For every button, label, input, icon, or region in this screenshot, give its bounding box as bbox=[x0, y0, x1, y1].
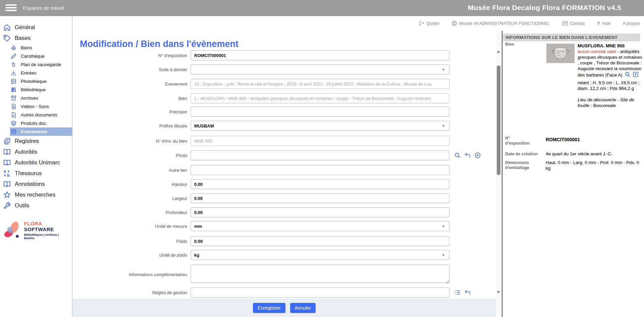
sidebar-item-videos-sons[interactable]: Vidéos - Sons bbox=[0, 102, 72, 111]
panel-divider bbox=[502, 31, 502, 317]
field-row-no-exposition: N° d'exposition bbox=[76, 50, 449, 60]
sidebar-item-archives[interactable]: Archives bbox=[0, 94, 72, 102]
hauteur-label: Hauteur bbox=[76, 182, 191, 187]
file-play-icon bbox=[11, 104, 16, 109]
sidebar-item-entrees[interactable]: Entrées bbox=[0, 69, 72, 77]
field-row-suite-a-donner: Suite à donner ▼ bbox=[76, 64, 449, 74]
no-inv-bien-label: N° d'inv. du bien bbox=[76, 139, 191, 144]
book-open-icon bbox=[3, 159, 11, 166]
copies-icon bbox=[3, 138, 11, 145]
undo-icon[interactable] bbox=[464, 152, 471, 159]
save-button[interactable]: Enregistrer bbox=[253, 303, 285, 313]
profondeur-input[interactable] bbox=[191, 207, 449, 217]
sidebar-item-autorites[interactable]: Autorités bbox=[0, 147, 72, 157]
brand-software: SOFTWARE bbox=[24, 226, 54, 232]
panel-date-creation-label: Date de création bbox=[505, 152, 544, 157]
form-scrollbar[interactable] bbox=[496, 31, 501, 317]
extinguisher-icon bbox=[11, 62, 16, 67]
profondeur-label: Profondeur bbox=[76, 210, 191, 215]
evenement-label: Evenement bbox=[76, 82, 191, 87]
precision-input[interactable] bbox=[191, 107, 449, 117]
user-menu[interactable]: Musée v4 ADMINISTRATEUR FONCTIONNEL bbox=[451, 20, 550, 26]
layers-icon bbox=[11, 120, 16, 126]
sidebar-item-plan-de-sauvegarde[interactable]: Plan de sauvegarde bbox=[0, 60, 72, 69]
field-row-profondeur: Profondeur bbox=[76, 207, 449, 217]
panel-dim-emballage-value: Haut. 0 mm - Larg. 0 mm - Prof. 0 mm - P… bbox=[546, 160, 643, 171]
quit-button[interactable]: Quitter bbox=[419, 20, 439, 26]
help-button[interactable]: ? Aide bbox=[597, 20, 610, 26]
dims-label: néant bbox=[578, 80, 589, 85]
contact-button[interactable]: Contact bbox=[562, 21, 585, 26]
workspace-label[interactable]: Espaces de travail bbox=[23, 5, 64, 11]
sidebar-item-mes-recherches[interactable]: Mes recherches bbox=[0, 190, 72, 200]
sidebar-item-general[interactable]: Général bbox=[0, 22, 72, 33]
search-icon[interactable] bbox=[454, 152, 461, 159]
prefixe-musee-select[interactable]: MUSBAM ▼ bbox=[191, 121, 449, 131]
search-icon[interactable] bbox=[625, 71, 631, 77]
photo-input[interactable] bbox=[191, 150, 449, 160]
user-icon bbox=[451, 20, 457, 26]
sidebar-item-bibliotheque[interactable]: Bibliothèque bbox=[0, 86, 72, 94]
sidebar-item-evenements[interactable]: Evènements bbox=[10, 127, 72, 136]
unite-poids-select[interactable]: kg ▼ bbox=[191, 250, 449, 260]
wrench-icon bbox=[3, 202, 11, 209]
info-panel: INFORMATIONS SUR LE BIEN DANS L'EVENEMEN… bbox=[503, 31, 644, 317]
svg-text:B: B bbox=[7, 174, 9, 177]
hauteur-input[interactable] bbox=[191, 179, 449, 189]
sidebar-item-autorites-unimarc[interactable]: Autorités Unimarc bbox=[0, 157, 72, 168]
chevron-down-icon: ▼ bbox=[442, 68, 445, 71]
open-record-icon[interactable] bbox=[633, 71, 639, 77]
sidebar-item-autres-documents[interactable]: Autres documents bbox=[0, 111, 72, 119]
bien-label: Bien bbox=[76, 96, 191, 101]
sidebar-item-bases[interactable]: Bases bbox=[0, 33, 72, 44]
largeur-label: Largeur bbox=[76, 196, 191, 201]
suite-a-donner-select[interactable]: ▼ bbox=[191, 64, 449, 74]
sidebar-item-produits-doc[interactable]: Produits doc. bbox=[0, 119, 72, 127]
home-icon bbox=[3, 24, 11, 31]
list-icon[interactable] bbox=[454, 289, 461, 296]
add-circle-icon[interactable] bbox=[474, 152, 481, 159]
sidebar-item-thesaurus[interactable]: AB Thesaurus bbox=[0, 168, 72, 179]
largeur-input[interactable] bbox=[191, 193, 449, 203]
star-icon bbox=[3, 191, 11, 199]
sidebar-item-carotheque[interactable]: Carothèque bbox=[0, 52, 72, 60]
resize-grip-icon[interactable] bbox=[446, 280, 449, 283]
flora-butterfly-icon bbox=[3, 220, 22, 241]
bien-thumbnail[interactable] bbox=[546, 44, 575, 63]
bien-title: MUSFLORA. MNE 955 bbox=[578, 43, 644, 49]
app-title: Musée Flora Decalog Flora FORMATION v4.5 bbox=[468, 4, 621, 12]
panel-no-exposition-label: N° d'exposition bbox=[505, 136, 530, 146]
unite-mesure-select[interactable]: mm ▼ bbox=[191, 221, 449, 231]
field-row-hauteur: Hauteur bbox=[76, 179, 449, 189]
no-inv-bien-input bbox=[191, 136, 449, 146]
autre-lien-input[interactable] bbox=[191, 165, 449, 175]
sidebar-item-registres[interactable]: Registres bbox=[0, 136, 72, 147]
sidebar-item-phototheque[interactable]: Photothèque bbox=[0, 77, 72, 86]
regles-gestion-label: Règles de gestion bbox=[76, 290, 191, 295]
poids-input[interactable] bbox=[191, 236, 449, 246]
about-button[interactable]: A propos bbox=[623, 21, 640, 26]
book-open-icon bbox=[3, 180, 11, 188]
undo-icon[interactable] bbox=[464, 289, 471, 296]
sidebar-item-outils[interactable]: Outils bbox=[0, 200, 72, 211]
no-exposition-input[interactable] bbox=[191, 50, 449, 60]
scrollbar-thumb[interactable] bbox=[497, 65, 500, 175]
sidebar-item-biens[interactable]: Biens bbox=[0, 44, 72, 52]
cancel-button[interactable]: Annuler bbox=[290, 303, 316, 313]
field-row-no-inv-bien: N° d'inv. du bien bbox=[76, 136, 449, 146]
scroll-up-icon[interactable] bbox=[497, 50, 500, 53]
application-window: Espaces de travail Musée Flora Decalog F… bbox=[0, 0, 644, 317]
suite-a-donner-label: Suite à donner bbox=[76, 67, 191, 72]
field-row-precision: Précision bbox=[76, 107, 449, 117]
sidebar-item-annotations[interactable]: Annotations bbox=[0, 179, 72, 190]
field-row-regles-gestion: Règles de gestion bbox=[76, 287, 471, 298]
unite-poids-label: Unité de poids bbox=[76, 253, 191, 258]
regles-gestion-input[interactable] bbox=[191, 287, 449, 298]
field-row-poids: Poids bbox=[76, 236, 449, 246]
brand-flora: FLORA bbox=[24, 221, 42, 226]
hamburger-menu-icon[interactable] bbox=[5, 4, 17, 12]
scroll-down-icon[interactable] bbox=[497, 291, 500, 294]
infos-complementaires-textarea[interactable] bbox=[191, 265, 449, 283]
chevron-down-icon: ▼ bbox=[442, 253, 445, 257]
prefixe-musee-label: Préfixe Musée bbox=[76, 123, 191, 128]
